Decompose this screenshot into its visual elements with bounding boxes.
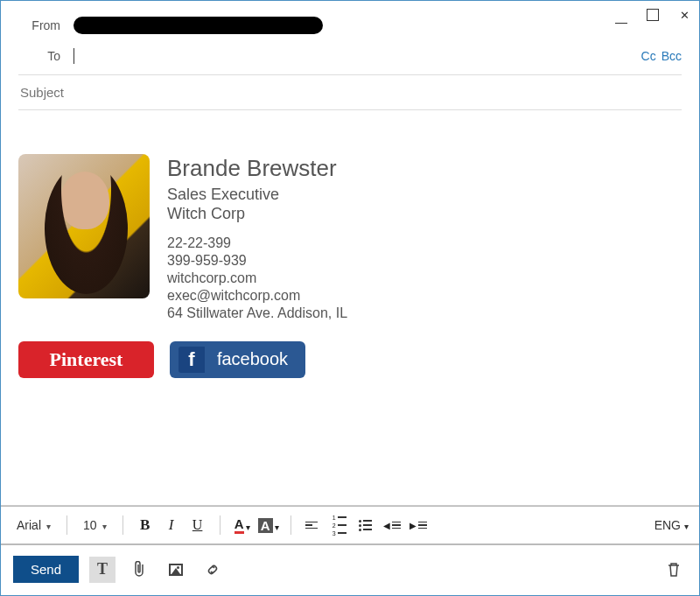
to-label: To	[18, 49, 60, 63]
signature-email: exec@witchcorp.com	[167, 287, 347, 305]
align-button[interactable]	[302, 514, 325, 536]
language-dropdown[interactable]: ENG	[654, 518, 689, 532]
chevron-down-icon	[102, 518, 107, 532]
link-icon	[201, 558, 223, 580]
numbered-list-icon: 1 2 3	[332, 515, 346, 536]
subject-row	[18, 75, 682, 110]
attachment-button[interactable]	[126, 557, 152, 583]
signature-phone1: 22-22-399	[167, 235, 347, 252]
indent-icon: ▶	[410, 521, 427, 530]
to-row: To Cc Bcc	[18, 41, 682, 75]
to-input[interactable]	[74, 48, 641, 64]
paperclip-icon	[132, 561, 146, 578]
cc-link[interactable]: Cc	[641, 49, 656, 63]
facebook-button[interactable]: f facebook	[170, 341, 305, 378]
italic-button[interactable]: I	[160, 514, 183, 536]
signature-title: Sales Executive	[167, 185, 347, 205]
email-signature: Brande Brewster Sales Executive Witch Co…	[18, 154, 682, 322]
bcc-link[interactable]: Bcc	[662, 49, 682, 63]
signature-name: Brande Brewster	[167, 154, 347, 183]
header-section: From To Cc Bcc	[1, 1, 699, 110]
formatting-toolbar: Arial 10 B I U A A 1 2	[1, 506, 699, 545]
social-buttons: Pinterest f facebook	[18, 341, 682, 378]
bullet-list-icon	[359, 520, 372, 531]
toolbar-area: Arial 10 B I U A A 1 2	[1, 505, 699, 595]
chevron-down-icon	[46, 518, 51, 532]
facebook-label: facebook	[217, 349, 288, 369]
highlight-color-button[interactable]: A	[257, 514, 280, 536]
from-row: From	[18, 10, 682, 41]
email-body[interactable]: Brande Brewster Sales Executive Witch Co…	[1, 110, 699, 505]
bullet-list-button[interactable]	[354, 514, 377, 536]
language-value: ENG	[654, 518, 681, 532]
discard-button[interactable]	[661, 557, 687, 583]
decrease-indent-button[interactable]: ◀	[381, 514, 403, 536]
numbered-list-button[interactable]: 1 2 3	[328, 514, 351, 536]
pinterest-label: Pinterest	[50, 348, 123, 371]
separator	[220, 515, 220, 535]
image-icon	[169, 564, 183, 576]
chevron-down-icon	[684, 518, 689, 532]
font-color-button[interactable]: A	[231, 514, 254, 536]
compose-window: From To Cc Bcc Brande Brewster Sales Exe…	[0, 0, 700, 596]
separator	[290, 515, 291, 535]
signature-address: 64 Stillwater Ave. Addison, IL	[167, 305, 347, 322]
font-size-dropdown[interactable]: 10	[78, 516, 112, 534]
align-left-icon	[305, 522, 318, 529]
facebook-icon: f	[178, 347, 205, 373]
separator	[66, 515, 67, 535]
separator	[122, 515, 123, 535]
action-bar: Send T	[1, 545, 699, 595]
insert-image-button[interactable]	[163, 557, 189, 583]
increase-indent-button[interactable]: ▶	[407, 514, 430, 536]
pinterest-button[interactable]: Pinterest	[18, 341, 154, 378]
signature-phone2: 399-959-939	[167, 252, 347, 270]
insert-link-button[interactable]	[194, 550, 231, 587]
font-family-dropdown[interactable]: Arial	[11, 516, 56, 534]
send-button[interactable]: Send	[13, 556, 79, 583]
underline-button[interactable]: U	[186, 514, 209, 536]
outdent-icon: ◀	[383, 521, 401, 530]
trash-icon	[667, 562, 681, 578]
avatar	[18, 154, 150, 298]
from-label: From	[18, 18, 60, 32]
signature-text: Brande Brewster Sales Executive Witch Co…	[167, 154, 347, 322]
formatting-toggle-button[interactable]: T	[89, 557, 116, 583]
subject-input[interactable]	[18, 84, 682, 101]
font-family-value: Arial	[17, 518, 41, 532]
signature-website: witchcorp.com	[167, 270, 347, 287]
from-value-redacted	[74, 17, 323, 34]
cc-bcc-links: Cc Bcc	[641, 49, 682, 63]
bold-button[interactable]: B	[134, 514, 157, 536]
signature-company: Witch Corp	[167, 204, 347, 224]
font-size-value: 10	[83, 518, 97, 532]
